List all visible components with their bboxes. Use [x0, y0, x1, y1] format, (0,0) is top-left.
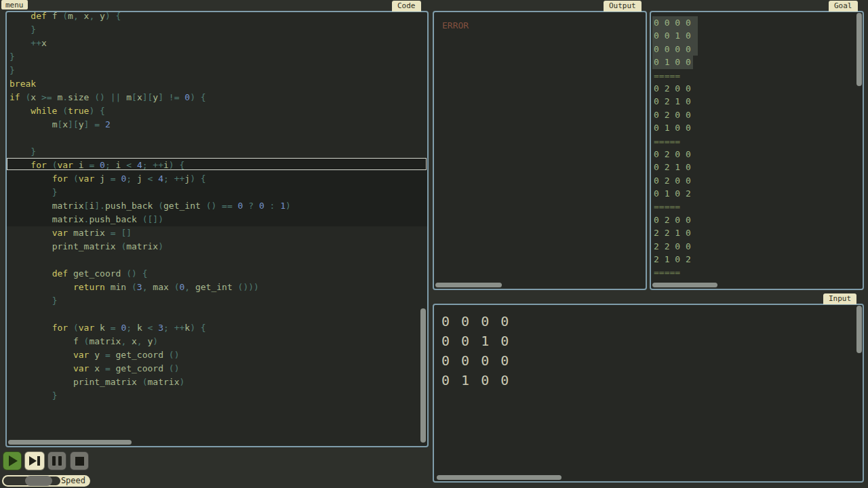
goal-horizontal-scrollbar[interactable] [652, 283, 717, 287]
code-line: } [9, 145, 429, 159]
goal-row: 0 1 0 0 [654, 56, 698, 68]
tab-input: Input [823, 293, 856, 304]
tab-output: Output [604, 1, 642, 12]
step-forward-icon [29, 456, 40, 466]
pause-icon [52, 456, 62, 466]
goal-row: 0 0 0 0 [654, 43, 698, 56]
code-line: def f (m, x, y) { [9, 11, 429, 23]
code-line: print_matrix (matrix) [9, 240, 429, 253]
code-line [9, 253, 429, 267]
goal-row: 0 2 1 0 [654, 95, 698, 108]
input-panel: 0 0 0 00 0 1 00 0 0 00 1 0 0 [433, 304, 864, 483]
stop-icon [75, 457, 84, 466]
speed-slider-label: Speed [61, 476, 85, 486]
code-line: ++x [9, 37, 429, 50]
code-line: f (matrix, x, y) [9, 335, 429, 348]
code-line [9, 131, 429, 145]
goal-row: 0 0 0 0 [654, 16, 698, 29]
input-row: 0 0 1 0 [441, 331, 511, 351]
goal-row: 0 1 0 2 [654, 187, 698, 200]
input-row: 0 1 0 0 [441, 371, 511, 390]
goal-row: 0 2 0 0 [654, 108, 698, 121]
goal-row: 0 2 0 0 [654, 148, 698, 161]
input-vertical-scrollbar[interactable] [856, 306, 862, 353]
code-line: while (true) { [9, 104, 429, 118]
input-row: 0 0 0 0 [441, 312, 511, 331]
code-line: matrix[i].push_back (get_int () == 0 ? 0… [9, 199, 429, 213]
tab-goal: Goal [829, 1, 858, 12]
tab-code: Code [392, 1, 421, 12]
goal-row: 0 2 1 0 [654, 161, 698, 174]
goal-row: 2 1 0 2 [654, 253, 698, 266]
code-panel: def f (m, x, y) { } ++x}}breakif (x >= m… [5, 11, 429, 447]
error-text: ERROR [442, 20, 469, 30]
goal-separator: ===== [654, 69, 698, 82]
input-content: 0 0 0 00 0 1 00 0 0 00 1 0 0 [441, 312, 511, 390]
code-line: } [9, 64, 429, 77]
goal-panel: 0 0 0 00 0 1 00 0 0 00 1 0 0=====0 2 0 0… [650, 11, 864, 290]
pause-button[interactable] [47, 451, 66, 470]
code-line: m[x][y] = 2 [9, 118, 429, 131]
code-line: if (x >= m.size () || m[x][y] != 0) { [9, 91, 429, 104]
input-horizontal-scrollbar[interactable] [437, 475, 561, 480]
goal-separator: ===== [654, 200, 698, 213]
code-line: } [9, 50, 429, 64]
play-icon [9, 455, 18, 466]
step-button[interactable] [24, 451, 45, 470]
menu-button[interactable]: menu [1, 0, 28, 9]
code-line: var y = get_coord () [9, 348, 429, 362]
code-line: return min (3, max (0, get_int ())) [9, 281, 429, 294]
code-line: var matrix = [] [9, 226, 429, 240]
code-line: print_matrix (matrix) [9, 375, 429, 389]
code-line: } [9, 186, 429, 199]
stop-button[interactable] [70, 451, 89, 470]
code-vertical-scrollbar[interactable] [420, 308, 426, 443]
code-line: break [9, 77, 429, 91]
speed-slider-knob[interactable] [25, 476, 52, 486]
goal-row: 0 2 0 0 [654, 214, 698, 226]
goal-row: 0 2 0 0 [654, 82, 698, 95]
code-line: matrix.push_back ([]) [9, 213, 429, 226]
goal-row: 2 2 1 0 [654, 226, 698, 239]
goal-row: 0 2 0 0 [654, 174, 698, 187]
goal-content: 0 0 0 00 0 1 00 0 0 00 1 0 0=====0 2 0 0… [654, 16, 698, 279]
goal-row: 0 1 0 0 [654, 121, 698, 134]
code-horizontal-scrollbar[interactable] [8, 440, 132, 445]
goal-vertical-scrollbar[interactable] [856, 13, 862, 86]
code-editor[interactable]: def f (m, x, y) { } ++x}}breakif (x >= m… [9, 11, 429, 403]
code-line: } [9, 294, 429, 308]
output-horizontal-scrollbar[interactable] [435, 283, 502, 287]
goal-separator: ===== [654, 266, 698, 279]
current-line-outline [7, 158, 427, 170]
goal-separator: ===== [654, 135, 698, 148]
code-line: for (var k = 0; k < 3; ++k) { [9, 321, 429, 335]
output-panel: ERROR [433, 11, 647, 290]
goal-row: 2 2 0 0 [654, 240, 698, 253]
speed-slider[interactable]: Speed [2, 475, 90, 487]
code-line: var x = get_coord () [9, 362, 429, 375]
input-row: 0 0 0 0 [441, 351, 511, 371]
code-line [9, 308, 429, 321]
code-line: def get_coord () { [9, 267, 429, 281]
goal-row: 0 0 1 0 [654, 29, 698, 42]
play-button[interactable] [3, 451, 22, 470]
code-line: } [9, 389, 429, 403]
code-line: } [9, 23, 429, 37]
code-line: for (var j = 0; j < 4; ++j) { [9, 172, 429, 186]
